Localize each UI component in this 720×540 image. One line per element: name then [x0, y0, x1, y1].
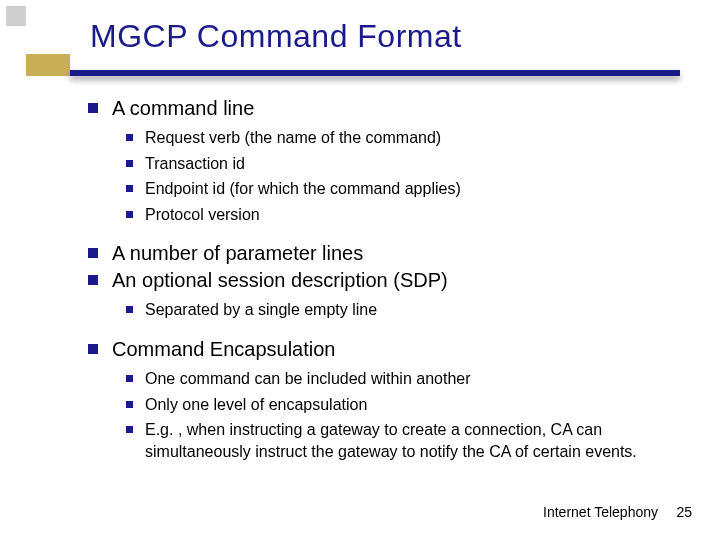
- sub-list-item-label: E.g. , when instructing a gateway to cre…: [145, 419, 688, 462]
- sub-list-item: Request verb (the name of the command): [126, 127, 688, 149]
- list-item: An optional session description (SDP) Se…: [88, 268, 688, 321]
- square-bullet-icon: [126, 375, 133, 382]
- square-bullet-icon: [126, 185, 133, 192]
- sub-list-item: Protocol version: [126, 204, 688, 226]
- list-item: Command Encapsulation One command can be…: [88, 337, 688, 462]
- sub-list-item: Transaction id: [126, 153, 688, 175]
- corner-square-icon: [6, 6, 26, 26]
- sub-list-item-label: Request verb (the name of the command): [145, 127, 441, 149]
- sub-list: One command can be included within anoth…: [126, 368, 688, 462]
- bullet-list: A command line Request verb (the name of…: [88, 96, 688, 462]
- sub-list-item-label: One command can be included within anoth…: [145, 368, 471, 390]
- square-bullet-icon: [88, 103, 98, 113]
- square-bullet-icon: [126, 426, 133, 433]
- slide-title: MGCP Command Format: [90, 18, 462, 55]
- list-item-label: A number of parameter lines: [112, 241, 363, 266]
- sub-list: Request verb (the name of the command) T…: [126, 127, 688, 225]
- accent-bar: [26, 54, 70, 76]
- sub-list-item-label: Endpoint id (for which the command appli…: [145, 178, 461, 200]
- square-bullet-icon: [88, 248, 98, 258]
- sub-list-item-label: Protocol version: [145, 204, 260, 226]
- list-item-label: A command line: [112, 96, 254, 121]
- sub-list-item-label: Transaction id: [145, 153, 245, 175]
- page-number: 25: [676, 504, 692, 520]
- square-bullet-icon: [126, 134, 133, 141]
- sub-list: Separated by a single empty line: [126, 299, 688, 321]
- sub-list-item: E.g. , when instructing a gateway to cre…: [126, 419, 688, 462]
- list-item-label: Command Encapsulation: [112, 337, 335, 362]
- square-bullet-icon: [126, 160, 133, 167]
- title-underline: [70, 70, 680, 76]
- sub-list-item: Endpoint id (for which the command appli…: [126, 178, 688, 200]
- square-bullet-icon: [126, 211, 133, 218]
- list-item-label: An optional session description (SDP): [112, 268, 448, 293]
- sub-list-item: Separated by a single empty line: [126, 299, 688, 321]
- list-item: A command line Request verb (the name of…: [88, 96, 688, 225]
- slide-body: A command line Request verb (the name of…: [88, 96, 688, 478]
- square-bullet-icon: [126, 401, 133, 408]
- footer-label: Internet Telephony: [543, 504, 658, 520]
- square-bullet-icon: [88, 275, 98, 285]
- sub-list-item: One command can be included within anoth…: [126, 368, 688, 390]
- list-item: A number of parameter lines: [88, 241, 688, 266]
- sub-list-item-label: Separated by a single empty line: [145, 299, 377, 321]
- sub-list-item-label: Only one level of encapsulation: [145, 394, 367, 416]
- square-bullet-icon: [88, 344, 98, 354]
- square-bullet-icon: [126, 306, 133, 313]
- sub-list-item: Only one level of encapsulation: [126, 394, 688, 416]
